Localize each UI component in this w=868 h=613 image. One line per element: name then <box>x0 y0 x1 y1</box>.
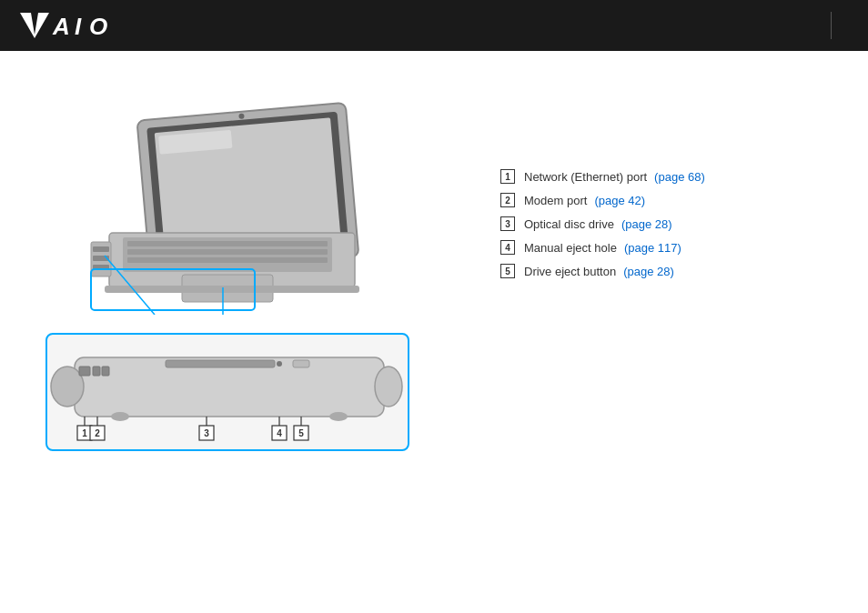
number-label-3: 3 <box>500 216 515 231</box>
laptop-illustration <box>45 96 464 324</box>
svg-rect-26 <box>93 367 100 376</box>
svg-text:I: I <box>75 13 82 40</box>
component-text-3: Optical disc drive <box>524 217 614 231</box>
svg-text:1: 1 <box>82 428 87 438</box>
svg-rect-12 <box>127 249 328 255</box>
svg-point-29 <box>277 361 282 367</box>
header: A I O <box>0 0 868 51</box>
svg-rect-17 <box>93 246 109 252</box>
svg-rect-11 <box>127 241 328 246</box>
vaio-logo: A I O <box>18 9 118 42</box>
header-divider <box>831 12 832 39</box>
svg-rect-13 <box>127 257 328 263</box>
number-label-4: 4 <box>500 240 515 255</box>
svg-rect-27 <box>102 367 109 376</box>
bottom-diagram: 1 2 3 4 5 <box>45 333 409 451</box>
number-label-1: 1 <box>500 169 515 184</box>
svg-text:O: O <box>89 13 107 40</box>
component-link-4[interactable]: (page 117) <box>624 241 681 255</box>
list-item: 1Network (Ethernet) port (page 68) <box>500 169 823 184</box>
list-item: 3Optical disc drive (page 28) <box>500 216 823 231</box>
list-item: 2Modem port (page 42) <box>500 193 823 207</box>
svg-rect-25 <box>79 367 90 376</box>
svg-text:5: 5 <box>298 428 304 438</box>
component-list: 1Network (Ethernet) port (page 68)2Modem… <box>500 169 823 278</box>
svg-rect-28 <box>166 360 275 367</box>
component-text-4: Manual eject hole <box>524 241 617 255</box>
right-section: 1Network (Ethernet) port (page 68)2Modem… <box>500 78 823 451</box>
svg-point-33 <box>329 412 348 421</box>
svg-point-32 <box>111 412 129 421</box>
svg-text:2: 2 <box>95 428 100 438</box>
main-content: 1 2 3 4 5 1Network (Ether <box>0 51 868 478</box>
component-link-1[interactable]: (page 68) <box>654 170 705 184</box>
component-link-3[interactable]: (page 28) <box>621 217 672 231</box>
component-link-2[interactable]: (page 42) <box>594 194 645 207</box>
svg-text:A: A <box>52 13 70 40</box>
svg-text:4: 4 <box>277 428 282 438</box>
list-item: 5Drive eject button (page 28) <box>500 264 823 278</box>
left-section: 1 2 3 4 5 <box>45 78 464 451</box>
component-link-5[interactable]: (page 28) <box>623 265 674 278</box>
component-text-5: Drive eject button <box>524 265 616 278</box>
svg-marker-0 <box>20 13 49 38</box>
number-label-2: 2 <box>500 193 515 207</box>
header-right <box>807 12 850 39</box>
svg-text:3: 3 <box>204 428 209 438</box>
svg-point-31 <box>375 367 402 407</box>
component-text-1: Network (Ethernet) port <box>524 170 647 184</box>
number-label-5: 5 <box>500 264 515 278</box>
svg-rect-15 <box>105 286 359 293</box>
list-item: 4Manual eject hole (page 117) <box>500 240 823 255</box>
svg-rect-30 <box>293 360 309 367</box>
component-text-2: Modem port <box>524 194 587 207</box>
